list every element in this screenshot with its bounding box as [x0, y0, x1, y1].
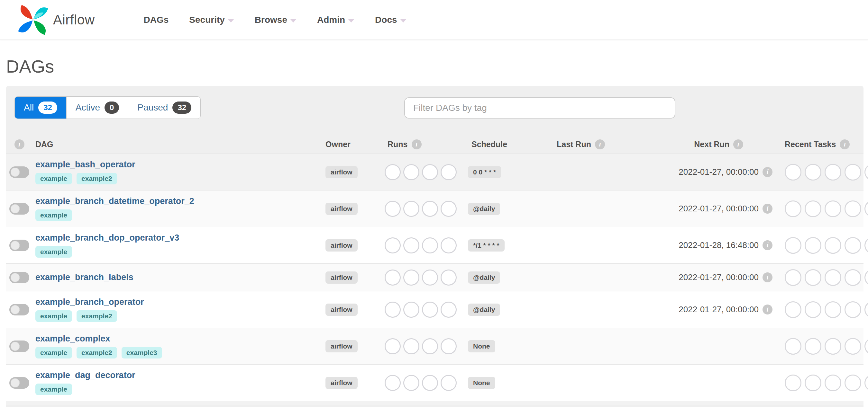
recent-task-circle[interactable]: [825, 338, 841, 354]
owner-badge[interactable]: airflow: [326, 271, 358, 284]
airflow-logo[interactable]: Airflow: [18, 4, 95, 35]
run-status-circle[interactable]: [403, 270, 420, 285]
run-status-circle[interactable]: [422, 201, 438, 217]
dag-tag-badge[interactable]: example2: [76, 310, 117, 322]
recent-task-circle[interactable]: [844, 200, 861, 217]
dag-pause-toggle[interactable]: [9, 240, 29, 251]
dag-link[interactable]: example_complex: [35, 334, 110, 344]
owner-badge[interactable]: airflow: [326, 377, 358, 389]
nav-item-admin[interactable]: Admin: [307, 15, 365, 25]
dag-pause-toggle[interactable]: [9, 340, 29, 352]
run-status-circle[interactable]: [422, 302, 438, 318]
dag-pause-toggle[interactable]: [9, 377, 29, 389]
dag-tag-badge[interactable]: example2: [76, 347, 117, 359]
run-status-circle[interactable]: [422, 375, 438, 391]
run-status-circle[interactable]: [384, 302, 401, 318]
recent-task-circle[interactable]: [865, 164, 868, 180]
owner-badge[interactable]: airflow: [326, 304, 358, 316]
recent-task-circle[interactable]: [844, 164, 861, 180]
dag-pause-toggle[interactable]: [9, 203, 29, 214]
dag-pause-toggle[interactable]: [9, 272, 29, 283]
recent-task-circle[interactable]: [844, 375, 861, 391]
recent-task-circle[interactable]: [785, 237, 801, 254]
run-status-circle[interactable]: [441, 164, 457, 180]
recent-task-circle[interactable]: [805, 237, 822, 254]
dag-link[interactable]: example_branch_dop_operator_v3: [35, 233, 179, 243]
run-status-circle[interactable]: [403, 164, 420, 180]
run-status-circle[interactable]: [403, 375, 420, 391]
dag-tag-badge[interactable]: example3: [122, 347, 162, 359]
run-status-circle[interactable]: [384, 201, 401, 217]
recent-task-circle[interactable]: [825, 237, 841, 254]
recent-task-circle[interactable]: [865, 269, 868, 286]
tag-filter-input[interactable]: [404, 97, 675, 118]
run-status-circle[interactable]: [441, 338, 457, 354]
recent-task-circle[interactable]: [825, 200, 841, 217]
recent-task-circle[interactable]: [825, 375, 841, 391]
recent-task-circle[interactable]: [805, 338, 822, 354]
recent-task-circle[interactable]: [825, 269, 841, 286]
dag-link[interactable]: example_dag_decorator: [35, 370, 135, 380]
tab-paused[interactable]: Paused32: [128, 97, 200, 118]
dag-link[interactable]: example_branch_datetime_operator_2: [35, 196, 194, 206]
recent-task-circle[interactable]: [844, 269, 861, 286]
dag-tag-badge[interactable]: example: [35, 347, 72, 359]
recent-task-circle[interactable]: [785, 375, 801, 391]
nav-item-docs[interactable]: Docs: [365, 15, 416, 25]
recent-task-circle[interactable]: [865, 200, 868, 217]
run-status-circle[interactable]: [384, 164, 401, 180]
dag-pause-toggle[interactable]: [9, 304, 29, 315]
recent-task-circle[interactable]: [805, 269, 822, 286]
nav-item-security[interactable]: Security: [179, 15, 244, 25]
recent-task-circle[interactable]: [785, 301, 801, 318]
run-status-circle[interactable]: [441, 201, 457, 217]
run-status-circle[interactable]: [422, 164, 438, 180]
dag-tag-badge[interactable]: example: [35, 246, 72, 258]
owner-badge[interactable]: airflow: [326, 340, 358, 352]
run-status-circle[interactable]: [441, 302, 457, 318]
run-status-circle[interactable]: [441, 270, 457, 285]
recent-task-circle[interactable]: [785, 338, 801, 354]
recent-task-circle[interactable]: [865, 301, 868, 318]
dag-link[interactable]: example_bash_operator: [35, 160, 135, 170]
recent-task-circle[interactable]: [805, 200, 822, 217]
recent-task-circle[interactable]: [825, 164, 841, 180]
run-status-circle[interactable]: [422, 270, 438, 285]
recent-task-circle[interactable]: [844, 237, 861, 254]
dag-link[interactable]: example_branch_operator: [35, 297, 144, 307]
recent-task-circle[interactable]: [785, 164, 801, 180]
run-status-circle[interactable]: [441, 237, 457, 253]
tab-active[interactable]: Active0: [66, 97, 128, 118]
dag-pause-toggle[interactable]: [9, 166, 29, 178]
run-status-circle[interactable]: [403, 302, 420, 318]
dag-tag-badge[interactable]: example2: [76, 173, 117, 184]
run-status-circle[interactable]: [384, 270, 401, 285]
recent-task-circle[interactable]: [865, 338, 868, 354]
recent-task-circle[interactable]: [805, 375, 822, 391]
recent-task-circle[interactable]: [844, 301, 861, 318]
owner-badge[interactable]: airflow: [326, 203, 358, 215]
owner-badge[interactable]: airflow: [326, 166, 358, 178]
nav-item-dags[interactable]: DAGs: [133, 15, 179, 25]
run-status-circle[interactable]: [422, 237, 438, 253]
owner-badge[interactable]: airflow: [326, 239, 358, 251]
run-status-circle[interactable]: [384, 237, 401, 253]
run-status-circle[interactable]: [384, 338, 401, 354]
run-status-circle[interactable]: [403, 237, 420, 253]
run-status-circle[interactable]: [422, 338, 438, 354]
dag-tag-badge[interactable]: example: [35, 173, 72, 184]
recent-task-circle[interactable]: [785, 269, 801, 286]
recent-task-circle[interactable]: [865, 375, 868, 391]
run-status-circle[interactable]: [403, 201, 420, 217]
dag-tag-badge[interactable]: example: [35, 383, 72, 395]
nav-item-browse[interactable]: Browse: [244, 15, 307, 25]
dag-tag-badge[interactable]: example: [35, 310, 72, 322]
dag-tag-badge[interactable]: example: [35, 209, 72, 221]
recent-task-circle[interactable]: [805, 301, 822, 318]
tab-all[interactable]: All32: [15, 97, 66, 118]
recent-task-circle[interactable]: [844, 338, 861, 354]
run-status-circle[interactable]: [384, 375, 401, 391]
run-status-circle[interactable]: [441, 375, 457, 391]
recent-task-circle[interactable]: [865, 237, 868, 254]
dag-link[interactable]: example_branch_labels: [35, 272, 133, 282]
